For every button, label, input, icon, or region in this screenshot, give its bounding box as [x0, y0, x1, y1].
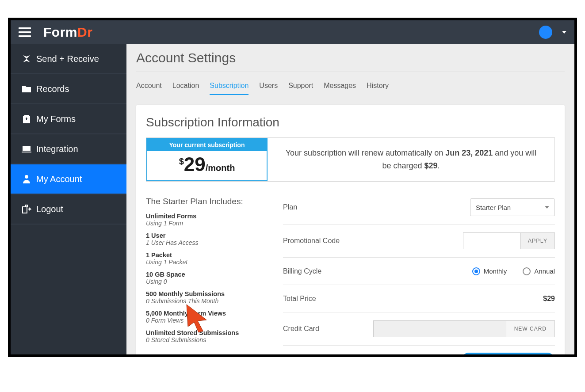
tab-location[interactable]: Location — [172, 82, 199, 95]
feature-title: 10 GB Space — [146, 271, 275, 278]
feature-item: Unlimited Stored Submissions 0 Stored Su… — [146, 329, 275, 343]
tabs: Account Location Subscription Users Supp… — [136, 82, 565, 95]
header-right — [539, 26, 566, 39]
sidebar-item-label: Records — [36, 84, 69, 94]
feature-item: Unlimited Forms Using 1 Form — [146, 213, 275, 227]
avatar[interactable] — [539, 26, 552, 39]
tab-users[interactable]: Users — [259, 82, 278, 95]
sidebar-item-my-account[interactable]: My Account — [11, 164, 126, 194]
feature-title: 500 Monthly Submissions — [146, 290, 275, 297]
tab-history[interactable]: History — [367, 82, 389, 95]
price-box: $29/month — [147, 151, 267, 180]
feature-title: Unlimited Stored Submissions — [146, 329, 275, 336]
main-content: Account Settings Account Location Subscr… — [126, 44, 574, 354]
renewal-notice: Your subscription will renew automatical… — [268, 138, 554, 181]
plan-label: Plan — [283, 203, 297, 211]
subscription-card: Subscription Information Your current su… — [136, 105, 565, 354]
promo-label: Promotional Code — [283, 237, 340, 245]
feature-title: 1 Packet — [146, 251, 275, 259]
feature-title: 5,000 Monthly Form Views — [146, 310, 275, 317]
feature-sub: 1 User Has Access — [146, 239, 275, 246]
renew-text-prefix: Your subscription will renew automatical… — [286, 148, 446, 157]
card-group: NEW CARD — [373, 320, 555, 337]
feature-item: 500 Monthly Submissions 0 Submissions Th… — [146, 290, 275, 304]
feature-item: 10 GB Space Using 0 — [146, 271, 275, 285]
apply-button[interactable]: APPLY — [520, 232, 555, 249]
logout-icon — [17, 204, 36, 214]
promo-group: APPLY — [463, 232, 555, 249]
sidebar-item-label: Integration — [36, 144, 78, 154]
logo: FormDr — [43, 25, 92, 40]
user-icon — [17, 174, 36, 184]
clipboard-icon — [17, 114, 36, 124]
billing-monthly-label: Monthly — [484, 267, 507, 275]
send-receive-icon — [17, 53, 36, 64]
price-amount: 29 — [184, 153, 206, 175]
subscription-summary: Your current subscription $29/month Your… — [146, 137, 555, 182]
billing-annual-label: Annual — [534, 267, 555, 275]
feature-title: 1 User — [146, 232, 275, 239]
feature-title: Unlimited Forms — [146, 213, 275, 220]
tab-subscription[interactable]: Subscription — [210, 82, 249, 95]
renew-date: Jun 23, 2021 — [445, 148, 493, 157]
current-subscription-box: Your current subscription $29/month — [146, 138, 268, 181]
billing-options: Monthly Annual — [472, 267, 555, 275]
total-label: Total Price — [283, 295, 316, 303]
app-header: FormDr — [11, 20, 574, 44]
sidebar-item-my-forms[interactable]: My Forms — [11, 104, 126, 134]
svg-rect-1 — [26, 118, 27, 120]
sidebar-item-label: My Forms — [36, 114, 76, 124]
tab-account[interactable]: Account — [136, 82, 162, 95]
feature-sub: 0 Submissions This Month — [146, 297, 275, 304]
feature-sub: Using 1 Packet — [146, 259, 275, 266]
card-label: Credit Card — [283, 325, 319, 333]
chevron-down-icon — [545, 206, 549, 209]
update-subscription-button[interactable]: UPDATE SUBSCRIPTION — [461, 353, 555, 354]
billing-label: Billing Cycle — [283, 267, 321, 275]
sidebar: Send + Receive Records My Forms Integrat… — [11, 44, 126, 354]
total-value: $29 — [543, 295, 555, 303]
price-currency: $ — [179, 156, 184, 166]
sidebar-item-label: Logout — [36, 204, 63, 214]
row-total: Total Price $29 — [283, 285, 555, 312]
app-frame: FormDr Send + Receive Records — [8, 18, 577, 357]
price-period: /month — [206, 163, 235, 173]
sidebar-item-integration[interactable]: Integration — [11, 134, 126, 164]
svg-point-2 — [25, 175, 28, 179]
laptop-icon — [17, 144, 36, 154]
feature-sub: 0 Form Views — [146, 317, 275, 324]
sidebar-item-label: Send + Receive — [36, 54, 99, 64]
billing-annual-option[interactable]: Annual — [523, 267, 555, 275]
logo-form: Form — [43, 25, 77, 39]
sidebar-item-records[interactable]: Records — [11, 74, 126, 104]
sidebar-item-logout[interactable]: Logout — [11, 194, 126, 225]
radio-icon — [472, 267, 480, 275]
page-title: Account Settings — [136, 50, 565, 72]
tab-support[interactable]: Support — [288, 82, 313, 95]
menu-icon[interactable] — [19, 25, 31, 39]
plan-select[interactable]: Starter Plan — [470, 198, 555, 216]
sidebar-item-send-receive[interactable]: Send + Receive — [11, 44, 126, 74]
new-card-button[interactable]: NEW CARD — [506, 320, 555, 337]
subscription-form: Plan Starter Plan Promotional Code APPLY — [283, 197, 555, 354]
current-subscription-label: Your current subscription — [147, 139, 267, 151]
card-title: Subscription Information — [146, 115, 555, 129]
row-update: UPDATE SUBSCRIPTION — [283, 346, 555, 354]
plan-includes: The Starter Plan Includes: Unlimited For… — [146, 197, 275, 354]
folder-icon — [17, 84, 36, 94]
logo-dr: Dr — [77, 25, 92, 39]
tab-messages[interactable]: Messages — [324, 82, 356, 95]
sidebar-item-label: My Account — [36, 174, 82, 184]
feature-item: 1 Packet Using 1 Packet — [146, 251, 275, 266]
feature-sub: Using 0 — [146, 278, 275, 285]
row-promo: Promotional Code APPLY — [283, 225, 555, 258]
card-input[interactable] — [373, 320, 506, 337]
includes-title: The Starter Plan Includes: — [146, 197, 275, 206]
billing-monthly-option[interactable]: Monthly — [472, 267, 507, 275]
row-billing: Billing Cycle Monthly Annual — [283, 258, 555, 285]
user-menu-caret-icon[interactable] — [562, 31, 566, 34]
promo-input[interactable] — [463, 232, 520, 249]
row-card: Credit Card NEW CARD — [283, 312, 555, 346]
plan-select-value: Starter Plan — [476, 204, 511, 211]
feature-sub: Using 1 Form — [146, 220, 275, 227]
